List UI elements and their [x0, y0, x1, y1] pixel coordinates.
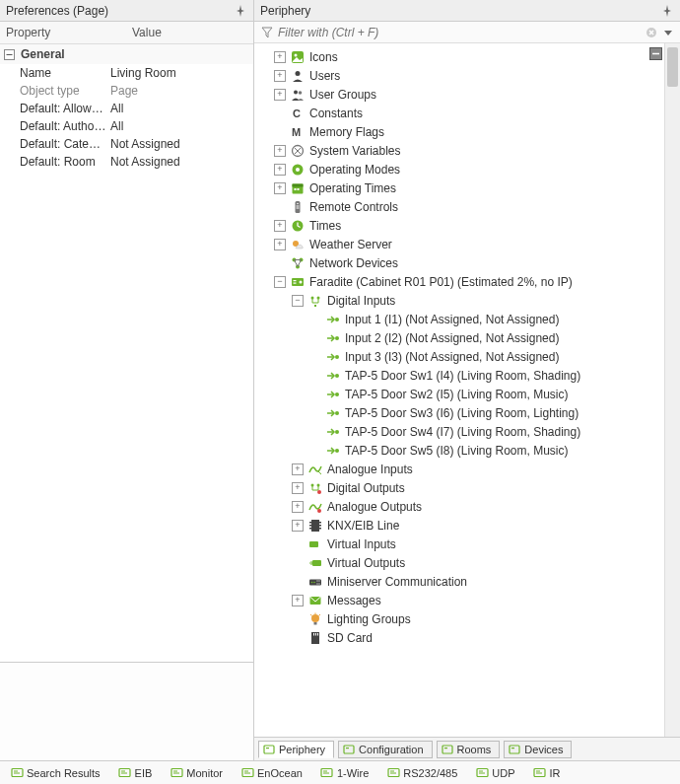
- tree-node[interactable]: Input 3 (I3) (Not Assigned, Not Assigned…: [256, 347, 680, 366]
- status-item[interactable]: Monitor: [164, 766, 229, 780]
- status-item[interactable]: Search Results: [4, 766, 106, 780]
- property-value[interactable]: All: [106, 102, 253, 115]
- property-value[interactable]: All: [106, 119, 253, 133]
- property-value[interactable]: Not Assigned: [106, 137, 253, 151]
- tree-node[interactable]: Remote Controls: [256, 197, 680, 216]
- expand-icon[interactable]: +: [274, 182, 286, 194]
- tree-node[interactable]: +User Groups: [256, 85, 680, 104]
- status-item[interactable]: EIB: [112, 766, 159, 780]
- tree-node[interactable]: +Users: [256, 66, 680, 85]
- svg-rect-22: [297, 207, 300, 208]
- tree-node[interactable]: Miniserver Communication: [256, 572, 680, 591]
- input-icon: [325, 387, 341, 402]
- periphery-title: Periphery: [260, 4, 662, 18]
- expand-icon[interactable]: +: [274, 70, 286, 82]
- tree-node[interactable]: +KNX/EIB Line: [256, 516, 680, 535]
- tab-periphery[interactable]: Periphery: [258, 741, 334, 758]
- tree-node[interactable]: −Digital Inputs: [256, 291, 680, 310]
- status-item[interactable]: EnOcean: [235, 766, 308, 780]
- scrollbar-thumb[interactable]: [667, 47, 678, 87]
- tree-node[interactable]: MMemory Flags: [256, 122, 680, 141]
- input-icon: [325, 330, 341, 346]
- expand-icon[interactable]: +: [292, 501, 304, 513]
- tree-node[interactable]: +Operating Modes: [256, 160, 680, 178]
- tree-node[interactable]: TAP-5 Door Sw4 (I7) (Living Room, Shadin…: [256, 422, 680, 441]
- tree-node-label: SD Card: [327, 631, 373, 645]
- pin-icon[interactable]: [236, 5, 247, 17]
- scrollbar[interactable]: [664, 43, 680, 737]
- tab-configuration[interactable]: Configuration: [338, 741, 432, 758]
- expand-icon[interactable]: +: [292, 595, 304, 606]
- svg-point-41: [335, 449, 339, 453]
- property-row[interactable]: Default: CategoryNot Assigned: [0, 135, 253, 153]
- tab-icon: [343, 744, 355, 755]
- tree-node-label: Operating Modes: [309, 163, 400, 177]
- property-value[interactable]: Not Assigned: [106, 155, 253, 169]
- tree-node[interactable]: +Times: [256, 216, 680, 235]
- expand-icon[interactable]: +: [274, 220, 286, 232]
- tree-node[interactable]: +Analogue Inputs: [256, 460, 680, 478]
- pin-icon[interactable]: [662, 5, 674, 17]
- collapse-icon[interactable]: −: [274, 276, 286, 288]
- tab-devices[interactable]: Devices: [504, 741, 572, 758]
- tree-node[interactable]: +Operating Times: [256, 178, 680, 197]
- tree-node[interactable]: TAP-5 Door Sw2 (I5) (Living Room, Music): [256, 385, 680, 403]
- tree-node[interactable]: +Digital Outputs: [256, 478, 680, 497]
- tree-node[interactable]: +Icons: [256, 47, 680, 66]
- tree-node[interactable]: Virtual Outputs: [256, 553, 680, 572]
- status-item[interactable]: UDP: [469, 766, 520, 780]
- input-icon: [325, 312, 341, 327]
- tree-node-label: Analogue Inputs: [327, 463, 413, 476]
- knx-icon: [307, 518, 323, 534]
- property-row[interactable]: Default: RoomNot Assigned: [0, 153, 253, 171]
- filter-input[interactable]: [276, 24, 643, 41]
- tree-node[interactable]: +System Variables: [256, 141, 680, 160]
- tree-node-label: Users: [309, 69, 340, 83]
- dropdown-icon[interactable]: [663, 28, 673, 37]
- tree-node[interactable]: +Messages: [256, 591, 680, 609]
- tree-node[interactable]: Lighting Groups: [256, 609, 680, 628]
- property-row[interactable]: Object typePage: [0, 82, 253, 100]
- tree-scroll[interactable]: +Icons+Users+User GroupsCConstantsMMemor…: [254, 43, 680, 737]
- status-item[interactable]: IR: [527, 766, 567, 780]
- property-value[interactable]: Page: [106, 84, 253, 98]
- expand-icon[interactable]: +: [292, 463, 304, 475]
- tree-node[interactable]: +Analogue Outputs: [256, 497, 680, 516]
- collapse-icon[interactable]: −: [292, 295, 304, 307]
- tree-node[interactable]: −Faradite (Cabinet R01 P01) (Estimated 2…: [256, 272, 680, 291]
- tab-rooms[interactable]: Rooms: [437, 741, 501, 758]
- expand-icon[interactable]: +: [292, 482, 304, 494]
- expand-icon[interactable]: +: [292, 520, 304, 532]
- tree-node[interactable]: TAP-5 Door Sw3 (I6) (Living Room, Lighti…: [256, 403, 680, 422]
- funnel-icon[interactable]: [261, 27, 273, 38]
- tree-node[interactable]: SD Card: [256, 628, 680, 647]
- tree-node[interactable]: Input 1 (I1) (Not Assigned, Not Assigned…: [256, 310, 680, 328]
- property-row[interactable]: Default: Allowed ...All: [0, 100, 253, 117]
- group-general[interactable]: General: [0, 44, 253, 64]
- tree-node[interactable]: TAP-5 Door Sw1 (I4) (Living Room, Shadin…: [256, 366, 680, 385]
- expand-icon[interactable]: +: [274, 145, 286, 157]
- status-item[interactable]: RS232/485: [380, 766, 463, 780]
- tree-node[interactable]: Virtual Inputs: [256, 535, 680, 553]
- property-value[interactable]: Living Room: [106, 66, 253, 80]
- tree-node[interactable]: Input 2 (I2) (Not Assigned, Not Assigned…: [256, 328, 680, 347]
- collapse-all-icon[interactable]: [649, 47, 662, 60]
- svg-rect-48: [309, 525, 311, 527]
- tree-node[interactable]: CConstants: [256, 104, 680, 122]
- expand-icon[interactable]: +: [274, 164, 286, 176]
- expand-icon[interactable]: +: [274, 51, 286, 63]
- filter-row: [254, 22, 680, 43]
- expand-icon[interactable]: +: [274, 239, 286, 250]
- status-item[interactable]: 1-Wire: [314, 766, 374, 780]
- clear-filter-icon[interactable]: [646, 27, 657, 38]
- tree-node-label: KNX/EIB Line: [327, 519, 399, 533]
- tree-node[interactable]: +Weather Server: [256, 235, 680, 253]
- expand-icon[interactable]: +: [274, 89, 286, 101]
- property-row[interactable]: NameLiving Room: [0, 64, 253, 82]
- tree-node[interactable]: TAP-5 Door Sw5 (I8) (Living Room, Music): [256, 441, 680, 460]
- tab-icon: [442, 744, 453, 755]
- property-row[interactable]: Default: Authoris...All: [0, 117, 253, 135]
- tree-node[interactable]: Network Devices: [256, 253, 680, 272]
- tree-node-label: Faradite (Cabinet R01 P01) (Estimated 2%…: [309, 275, 573, 289]
- virtout-icon: [307, 555, 323, 571]
